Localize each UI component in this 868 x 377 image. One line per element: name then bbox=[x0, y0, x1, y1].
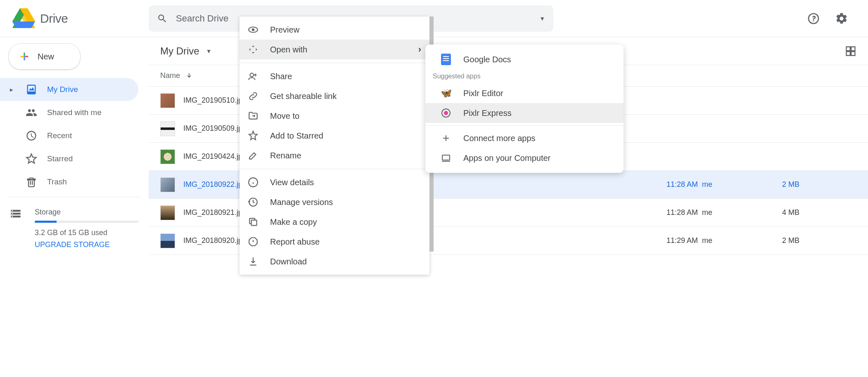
grid-view-button[interactable] bbox=[845, 45, 856, 57]
drive-logo-icon bbox=[12, 8, 35, 29]
dropdown-caret-icon: ▼ bbox=[206, 48, 212, 54]
sidebar: New ▶ My Drive Shared with me Recent bbox=[0, 37, 149, 377]
context-menu: Preview Open with › Share Get shareable … bbox=[240, 16, 429, 275]
divider bbox=[8, 197, 140, 197]
svg-marker-10 bbox=[12, 21, 35, 28]
nav-list: ▶ My Drive Shared with me Recent Starred bbox=[0, 78, 149, 193]
sidebar-item-my-drive[interactable]: ▶ My Drive bbox=[0, 78, 138, 101]
sidebar-item-label: Shared with me bbox=[47, 108, 102, 117]
computer-icon bbox=[440, 152, 452, 164]
storage-bar bbox=[35, 221, 139, 223]
sidebar-item-label: Recent bbox=[47, 131, 72, 140]
pixlr-express-icon bbox=[440, 107, 452, 119]
file-modified: 11:28 AM me bbox=[666, 180, 782, 189]
menu-preview[interactable]: Preview bbox=[240, 20, 429, 40]
storage-used-text: 3.2 GB of 15 GB used bbox=[35, 229, 139, 237]
menu-rename[interactable]: Rename bbox=[240, 146, 429, 165]
trash-icon bbox=[26, 176, 37, 188]
divider bbox=[240, 63, 429, 63]
svg-point-15 bbox=[250, 73, 254, 77]
sort-arrow-down-icon bbox=[185, 72, 193, 80]
menu-shareable-link[interactable]: Get shareable link bbox=[240, 86, 429, 106]
sidebar-item-recent[interactable]: Recent bbox=[0, 124, 138, 147]
sidebar-item-label: Trash bbox=[47, 177, 67, 186]
rename-icon bbox=[248, 150, 259, 161]
my-drive-icon bbox=[26, 84, 37, 95]
preview-icon bbox=[248, 24, 259, 35]
svg-rect-20 bbox=[442, 155, 450, 160]
sidebar-item-shared[interactable]: Shared with me bbox=[0, 101, 138, 124]
gear-icon bbox=[835, 12, 848, 25]
file-thumb-icon bbox=[160, 177, 175, 192]
help-icon bbox=[807, 12, 820, 25]
storage-label: Storage bbox=[35, 208, 139, 217]
settings-button[interactable] bbox=[832, 9, 851, 28]
sidebar-item-label: Starred bbox=[47, 154, 73, 163]
open-with-submenu: Google Docs Suggested apps 🦋 Pixlr Edito… bbox=[425, 45, 624, 173]
upgrade-storage-link[interactable]: UPGRADE STORAGE bbox=[35, 240, 139, 249]
app-name: Drive bbox=[40, 12, 68, 26]
divider bbox=[240, 169, 429, 169]
svg-point-19 bbox=[444, 111, 448, 115]
plus-icon bbox=[19, 51, 30, 62]
star-icon bbox=[248, 130, 259, 141]
submenu-suggested-header: Suggested apps bbox=[425, 69, 624, 83]
menu-download[interactable]: Download bbox=[240, 252, 429, 271]
file-modified: 11:28 AM me bbox=[666, 208, 782, 217]
file-thumb-icon bbox=[160, 233, 175, 248]
plus-icon bbox=[440, 132, 452, 144]
storage-icon bbox=[10, 208, 21, 219]
file-thumb-icon bbox=[160, 149, 175, 164]
breadcrumb[interactable]: My Drive ▼ bbox=[160, 45, 212, 57]
divider bbox=[425, 125, 624, 126]
sidebar-item-starred[interactable]: Starred bbox=[0, 147, 138, 170]
menu-add-starred[interactable]: Add to Starred bbox=[240, 126, 429, 146]
menu-open-with[interactable]: Open with › bbox=[240, 40, 429, 59]
search-icon bbox=[157, 13, 168, 24]
grid-icon bbox=[845, 45, 856, 57]
submenu-pixlr-express[interactable]: Pixlr Express bbox=[425, 103, 624, 123]
app-header: Drive ▼ bbox=[0, 0, 868, 37]
copy-icon bbox=[248, 217, 259, 227]
file-size: 2 MB bbox=[782, 180, 856, 189]
star-icon bbox=[26, 153, 37, 165]
download-icon bbox=[248, 256, 259, 267]
menu-manage-versions[interactable]: Manage versions bbox=[240, 192, 429, 212]
report-icon bbox=[248, 236, 259, 247]
move-icon bbox=[248, 111, 259, 121]
open-with-icon bbox=[248, 44, 259, 55]
file-thumb-icon bbox=[160, 205, 175, 220]
versions-icon bbox=[248, 197, 259, 207]
logo-area[interactable]: Drive bbox=[8, 8, 149, 29]
svg-point-14 bbox=[252, 28, 255, 31]
menu-report-abuse[interactable]: Report abuse bbox=[240, 232, 429, 252]
submenu-google-docs[interactable]: Google Docs bbox=[425, 49, 624, 69]
menu-share[interactable]: Share bbox=[240, 66, 429, 86]
expand-icon: ▶ bbox=[10, 87, 16, 92]
shared-icon bbox=[26, 107, 37, 118]
svg-rect-12 bbox=[24, 56, 25, 57]
breadcrumb-label: My Drive bbox=[160, 45, 199, 57]
submenu-pixlr-editor[interactable]: 🦋 Pixlr Editor bbox=[425, 83, 624, 103]
file-modified: 11:29 AM me bbox=[666, 236, 782, 245]
svg-rect-17 bbox=[251, 220, 257, 226]
sidebar-item-trash[interactable]: Trash bbox=[0, 170, 138, 193]
menu-make-copy[interactable]: Make a copy bbox=[240, 212, 429, 232]
chevron-right-icon: › bbox=[418, 44, 421, 55]
submenu-apps-computer[interactable]: Apps on your Computer bbox=[425, 148, 624, 168]
storage-section[interactable]: Storage 3.2 GB of 15 GB used UPGRADE STO… bbox=[0, 200, 149, 257]
submenu-connect-apps[interactable]: Connect more apps bbox=[425, 128, 624, 148]
pixlr-editor-icon: 🦋 bbox=[440, 87, 452, 99]
link-icon bbox=[248, 91, 259, 101]
menu-move-to[interactable]: Move to bbox=[240, 106, 429, 126]
new-button[interactable]: New bbox=[8, 43, 81, 70]
google-docs-icon bbox=[441, 54, 451, 65]
menu-view-details[interactable]: View details bbox=[240, 172, 429, 192]
share-icon bbox=[248, 71, 259, 82]
info-icon bbox=[248, 177, 259, 188]
search-options-caret-icon[interactable]: ▼ bbox=[539, 15, 545, 22]
help-button[interactable] bbox=[804, 9, 823, 28]
new-button-label: New bbox=[38, 52, 54, 61]
recent-icon bbox=[26, 130, 37, 141]
file-size: 4 MB bbox=[782, 208, 856, 217]
